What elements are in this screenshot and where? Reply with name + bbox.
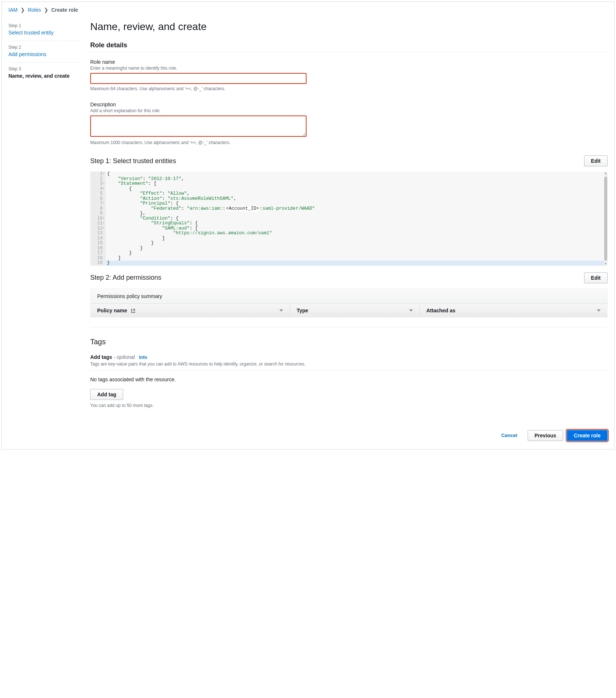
trust-policy-editor[interactable]: 12345678910111213141516171819 { "Version… (90, 172, 608, 266)
role-name-hint: Enter a meaningful name to identify this… (90, 66, 608, 71)
sort-icon[interactable] (597, 309, 601, 312)
cancel-button[interactable]: Cancel (495, 430, 524, 441)
col-policy-label: Policy name (97, 308, 127, 313)
info-link[interactable]: Info (139, 355, 147, 360)
step1-heading: Step 1: Select trusted entities (90, 157, 176, 165)
step-label[interactable]: Add permissions (8, 51, 80, 57)
sort-icon[interactable] (409, 309, 413, 312)
no-tags-message: No tags associated with the resource. (90, 376, 608, 382)
step-number: Step 3 (8, 66, 80, 71)
code-body[interactable]: { "Version": "2012-10-17", "Statement": … (106, 172, 604, 266)
wizard-footer: Cancel Previous Create role (90, 430, 608, 441)
add-tags-label: Add tags (90, 354, 112, 360)
create-role-button[interactable]: Create role (567, 430, 608, 441)
add-tag-button[interactable]: Add tag (90, 389, 123, 400)
line-gutter: 12345678910111213141516171819 (90, 172, 106, 266)
step-label[interactable]: Select trusted entity (8, 30, 80, 36)
sidebar-step-2[interactable]: Step 2 Add permissions (8, 41, 80, 63)
sidebar-step-3: Step 3 Name, review, and create (8, 63, 80, 84)
step2-heading: Step 2: Add permissions (90, 274, 161, 282)
chevron-right-icon: ❯ (21, 7, 25, 13)
previous-button[interactable]: Previous (528, 430, 563, 441)
role-details-heading: Role details (90, 41, 608, 49)
step-label-active: Name, review, and create (8, 73, 80, 79)
description-label: Description (90, 102, 608, 107)
optional-label: - optional (112, 354, 135, 360)
sidebar-step-1[interactable]: Step 1 Select trusted entity (8, 19, 80, 41)
col-type[interactable]: Type (290, 304, 420, 317)
breadcrumb-iam[interactable]: IAM (8, 7, 18, 13)
role-name-field-group: Role name Enter a meaningful name to ide… (90, 59, 608, 91)
external-link-icon (131, 308, 135, 313)
breadcrumb-roles[interactable]: Roles (28, 7, 41, 13)
description-constraint: Maximum 1000 characters. Use alphanumeri… (90, 140, 608, 145)
tags-limit-hint: You can add up to 50 more tags. (90, 403, 608, 408)
breadcrumb: IAM ❯ Roles ❯ Create role (8, 7, 608, 13)
description-field-group: Description Add a short explanation for … (90, 102, 608, 145)
role-name-input[interactable] (90, 73, 307, 84)
scroll-down-icon[interactable]: ▼ (605, 262, 607, 266)
chevron-right-icon: ❯ (44, 7, 48, 13)
edit-step1-button[interactable]: Edit (584, 155, 608, 166)
main-content: Name, review, and create Role details Ro… (90, 19, 608, 441)
role-name-constraint: Maximum 64 characters. Use alphanumeric … (90, 86, 608, 91)
wizard-sidebar: Step 1 Select trusted entity Step 2 Add … (8, 19, 80, 441)
scroll-up-icon[interactable]: ▲ (605, 172, 607, 175)
col-attached-as[interactable]: Attached as (420, 304, 607, 317)
permissions-table-header: Policy name Type (91, 304, 607, 317)
permissions-summary-panel: Permissions policy summary Policy name (90, 289, 608, 317)
tags-description: Tags are key-value pairs that you can ad… (90, 361, 608, 367)
divider (90, 327, 608, 327)
col-type-label: Type (297, 308, 308, 313)
permissions-summary-title: Permissions policy summary (91, 289, 607, 304)
step-number: Step 1 (8, 23, 80, 28)
step-number: Step 2 (8, 45, 80, 50)
col-attached-label: Attached as (426, 308, 455, 313)
description-hint: Add a short explanation for this role. (90, 108, 608, 113)
add-tags-row: Add tags - optional Info (90, 354, 608, 360)
page-title: Name, review, and create (90, 21, 608, 33)
editor-scrollbar[interactable]: ▲ ▼ (604, 172, 608, 266)
breadcrumb-current: Create role (51, 7, 78, 13)
tags-heading: Tags (90, 338, 608, 346)
role-name-label: Role name (90, 59, 608, 65)
scroll-thumb[interactable] (604, 177, 607, 261)
col-policy-name[interactable]: Policy name (91, 304, 290, 317)
description-input[interactable] (90, 115, 307, 137)
sort-icon[interactable] (279, 309, 283, 312)
edit-step2-button[interactable]: Edit (584, 272, 608, 283)
divider (90, 370, 608, 371)
